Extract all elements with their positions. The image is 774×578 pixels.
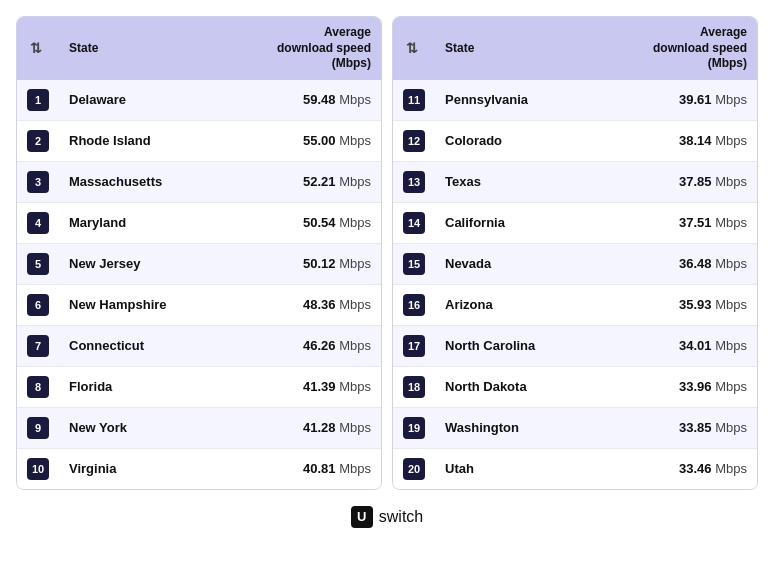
speed-unit: Mbps [715,133,747,148]
state-cell: Arizona [435,284,637,325]
rank-badge: 14 [403,212,425,234]
left-state-header: State [59,17,261,80]
speed-value: 40.81 [303,461,336,476]
speed-value: 59.48 [303,92,336,107]
rank-cell: 8 [17,366,59,407]
rank-cell: 6 [17,284,59,325]
table-row: 6 New Hampshire 48.36 Mbps [17,284,381,325]
rank-cell: 4 [17,202,59,243]
brand-badge: U [351,506,373,528]
rank-badge: 20 [403,458,425,480]
state-cell: Nevada [435,243,637,284]
speed-value: 41.28 [303,420,336,435]
speed-cell: 52.21 Mbps [261,161,381,202]
speed-value: 33.96 [679,379,712,394]
rank-cell: 13 [393,161,435,202]
rank-badge: 15 [403,253,425,275]
rank-cell: 1 [17,80,59,121]
sort-icon-left: ⇅ [30,39,42,57]
speed-unit: Mbps [715,461,747,476]
rank-badge: 5 [27,253,49,275]
sort-icon-right: ⇅ [406,39,418,57]
rank-badge: 17 [403,335,425,357]
speed-value: 39.61 [679,92,712,107]
left-table-container: ⇅ State Average download speed (Mbps) 1 … [16,16,382,490]
rank-badge: 10 [27,458,49,480]
state-cell: Texas [435,161,637,202]
rank-cell: 17 [393,325,435,366]
rank-cell: 12 [393,120,435,161]
state-cell: New Jersey [59,243,261,284]
right-rank-header: ⇅ [393,17,435,80]
speed-unit: Mbps [339,420,371,435]
speed-cell: 36.48 Mbps [637,243,757,284]
right-table-container: ⇅ State Average download speed (Mbps) 11… [392,16,758,490]
speed-cell: 33.96 Mbps [637,366,757,407]
right-table: ⇅ State Average download speed (Mbps) 11… [393,17,757,489]
table-row: 16 Arizona 35.93 Mbps [393,284,757,325]
left-table: ⇅ State Average download speed (Mbps) 1 … [17,17,381,489]
rank-badge: 9 [27,417,49,439]
speed-unit: Mbps [715,92,747,107]
table-row: 13 Texas 37.85 Mbps [393,161,757,202]
speed-value: 55.00 [303,133,336,148]
footer: U switch [351,506,423,528]
speed-cell: 37.51 Mbps [637,202,757,243]
speed-value: 33.46 [679,461,712,476]
rank-badge: 13 [403,171,425,193]
rank-cell: 19 [393,407,435,448]
speed-cell: 38.14 Mbps [637,120,757,161]
rank-cell: 3 [17,161,59,202]
state-cell: Virginia [59,448,261,489]
state-cell: Massachusetts [59,161,261,202]
speed-unit: Mbps [715,215,747,230]
rank-cell: 20 [393,448,435,489]
rank-cell: 18 [393,366,435,407]
table-row: 2 Rhode Island 55.00 Mbps [17,120,381,161]
rank-cell: 15 [393,243,435,284]
table-row: 9 New York 41.28 Mbps [17,407,381,448]
rank-cell: 5 [17,243,59,284]
rank-badge: 4 [27,212,49,234]
speed-unit: Mbps [339,256,371,271]
table-row: 1 Delaware 59.48 Mbps [17,80,381,121]
speed-unit: Mbps [339,297,371,312]
speed-value: 41.39 [303,379,336,394]
state-cell: North Carolina [435,325,637,366]
rank-badge: 2 [27,130,49,152]
rank-badge: 8 [27,376,49,398]
table-row: 7 Connecticut 46.26 Mbps [17,325,381,366]
speed-unit: Mbps [715,420,747,435]
speed-value: 34.01 [679,338,712,353]
speed-cell: 48.36 Mbps [261,284,381,325]
speed-unit: Mbps [715,256,747,271]
rank-badge: 16 [403,294,425,316]
rank-badge: 3 [27,171,49,193]
rank-cell: 11 [393,80,435,121]
speed-cell: 40.81 Mbps [261,448,381,489]
speed-value: 37.85 [679,174,712,189]
speed-cell: 41.39 Mbps [261,366,381,407]
state-cell: Maryland [59,202,261,243]
speed-value: 35.93 [679,297,712,312]
state-cell: Pennsylvania [435,80,637,121]
speed-cell: 46.26 Mbps [261,325,381,366]
speed-value: 50.54 [303,215,336,230]
table-row: 3 Massachusetts 52.21 Mbps [17,161,381,202]
state-cell: Florida [59,366,261,407]
rank-cell: 2 [17,120,59,161]
speed-value: 52.21 [303,174,336,189]
state-cell: New York [59,407,261,448]
rank-badge: 1 [27,89,49,111]
speed-unit: Mbps [715,174,747,189]
speed-unit: Mbps [339,174,371,189]
speed-cell: 59.48 Mbps [261,80,381,121]
speed-cell: 50.54 Mbps [261,202,381,243]
left-speed-header: Average download speed (Mbps) [261,17,381,80]
table-row: 10 Virginia 40.81 Mbps [17,448,381,489]
state-cell: Rhode Island [59,120,261,161]
rank-badge: 11 [403,89,425,111]
rank-badge: 6 [27,294,49,316]
table-row: 8 Florida 41.39 Mbps [17,366,381,407]
speed-value: 36.48 [679,256,712,271]
